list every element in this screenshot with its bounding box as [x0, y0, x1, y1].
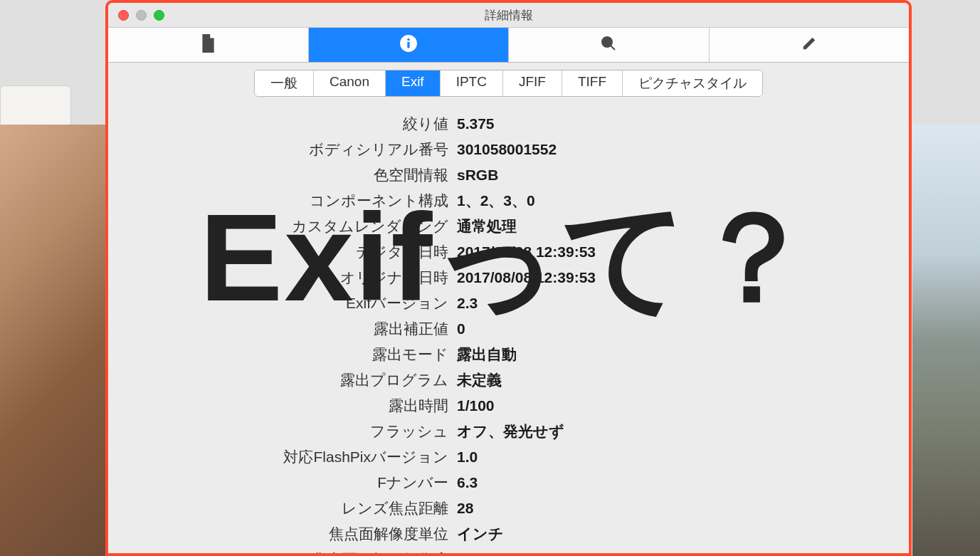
info-window: 詳細情報 一般CanonExifIPTCJFIFTIFFピクチャスタイル 絞り値… — [105, 0, 912, 556]
file-tab-button[interactable] — [108, 28, 309, 62]
property-row: カスタムレンダリング通常処理 — [108, 214, 909, 239]
tab-jfif[interactable]: JFIF — [503, 70, 562, 96]
file-icon — [200, 34, 216, 56]
property-label: レンズ焦点距離 — [108, 498, 457, 518]
tab-exif[interactable]: Exif — [386, 70, 441, 96]
property-row: Exifバージョン2.3 — [108, 290, 909, 316]
property-row: 露出時間1/100 — [108, 393, 909, 419]
property-row: ボディシリアル番号301058001552 — [108, 137, 909, 162]
property-value: 28 — [457, 500, 473, 517]
tab-iptc[interactable]: IPTC — [441, 70, 503, 96]
property-value: 6,086.763 — [457, 551, 523, 556]
property-value: 未定義 — [457, 370, 502, 390]
pencil-icon — [801, 36, 817, 54]
property-label: 焦点面解像度単位 — [108, 524, 457, 544]
info-tab-button[interactable] — [309, 28, 510, 62]
property-row: 露出補正値0 — [108, 316, 909, 342]
property-label: Fナンバー — [108, 473, 457, 493]
background-image-left — [0, 125, 105, 556]
property-value: 露出自動 — [457, 345, 517, 364]
property-label: 露出時間 — [108, 396, 457, 416]
property-value: 5.375 — [457, 115, 495, 132]
property-row: 焦点面解像度単位インチ — [108, 521, 909, 547]
toolbar — [108, 27, 909, 63]
search-icon — [600, 35, 617, 55]
property-label: 絞り値 — [108, 114, 457, 134]
search-tab-button[interactable] — [509, 28, 710, 62]
close-button[interactable] — [118, 10, 129, 21]
exif-properties: 絞り値5.375ボディシリアル番号301058001552色空間情報sRGBコン… — [108, 104, 909, 556]
property-row: 露出モード露出自動 — [108, 342, 909, 367]
svg-point-3 — [602, 37, 612, 47]
property-row: 焦点面の幅の解像度6,086.763 — [108, 547, 909, 556]
property-label: オリジナル日時 — [108, 268, 457, 288]
property-label: デジタル日時 — [108, 242, 457, 262]
property-value: 2017/08/08 12:39:53 — [457, 269, 596, 286]
property-value: 0 — [457, 320, 465, 337]
property-value: 301058001552 — [457, 141, 557, 158]
svg-rect-2 — [407, 42, 409, 48]
property-label: カスタムレンダリング — [108, 216, 457, 236]
property-row: デジタル日時2017/08/08 12:39:53 — [108, 239, 909, 265]
property-row: Fナンバー6.3 — [108, 470, 909, 495]
traffic-lights — [108, 10, 164, 21]
property-label: フラッシュ — [108, 421, 457, 441]
property-value: インチ — [457, 524, 504, 544]
segmented-control: 一般CanonExifIPTCJFIFTIFFピクチャスタイル — [108, 63, 909, 104]
property-row: コンポーネント構成1、2、3、0 — [108, 188, 909, 214]
tab-一般[interactable]: 一般 — [255, 70, 314, 96]
property-row: 色空間情報sRGB — [108, 162, 909, 188]
property-row: レンズ焦点距離28 — [108, 495, 909, 521]
window-title: 詳細情報 — [108, 7, 909, 23]
property-label: 露出モード — [108, 345, 457, 364]
property-value: オフ、発光せず — [457, 421, 564, 441]
property-row: 露出プログラム未定義 — [108, 367, 909, 393]
property-value: 2017/08/08 12:39:53 — [457, 243, 596, 261]
property-value: 1、2、3、0 — [457, 191, 535, 211]
property-label: 色空間情報 — [108, 165, 457, 185]
property-value: 6.3 — [457, 474, 478, 491]
background-image-right — [912, 125, 980, 556]
minimize-button[interactable] — [136, 10, 147, 21]
titlebar: 詳細情報 — [108, 3, 909, 27]
property-value: 通常処理 — [457, 216, 517, 236]
property-label: 対応FlashPixバージョン — [108, 447, 457, 467]
zoom-button[interactable] — [154, 10, 164, 21]
edit-tab-button[interactable] — [710, 28, 910, 62]
property-label: 露出補正値 — [108, 319, 457, 339]
svg-point-1 — [407, 38, 409, 41]
property-row: フラッシュオフ、発光せず — [108, 419, 909, 444]
property-row: 対応FlashPixバージョン1.0 — [108, 444, 909, 470]
property-label: コンポーネント構成 — [108, 191, 457, 211]
property-label: ボディシリアル番号 — [108, 140, 457, 159]
property-label: 焦点面の幅の解像度 — [108, 550, 457, 556]
parent-window-panel — [0, 85, 71, 128]
property-row: 絞り値5.375 — [108, 111, 909, 137]
property-label: Exifバージョン — [108, 293, 457, 313]
property-value: 2.3 — [457, 295, 478, 312]
property-label: 露出プログラム — [108, 370, 457, 390]
property-value: 1/100 — [457, 397, 495, 414]
tab-tiff[interactable]: TIFF — [562, 70, 623, 96]
property-value: 1.0 — [457, 449, 478, 466]
property-row: オリジナル日時2017/08/08 12:39:53 — [108, 265, 909, 290]
info-icon — [399, 34, 418, 56]
tab-ピクチャスタイル[interactable]: ピクチャスタイル — [623, 70, 762, 96]
property-value: sRGB — [457, 167, 498, 184]
tab-canon[interactable]: Canon — [314, 70, 386, 96]
svg-line-4 — [611, 46, 615, 50]
